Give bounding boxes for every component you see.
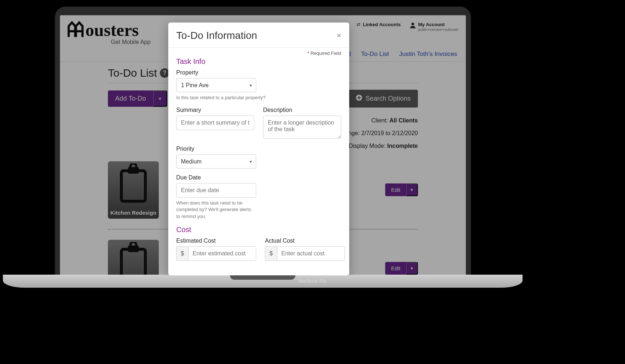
field-description: Description	[263, 107, 341, 140]
date-from: 2/7/2019	[361, 130, 384, 136]
clipboard-icon	[117, 163, 150, 203]
property-help: Is this task related to a particular pro…	[176, 94, 341, 101]
clipboard-icon	[117, 242, 150, 275]
add-todo-caret[interactable]: ▾	[153, 90, 167, 107]
nav-todo-list[interactable]: To-Do List	[361, 50, 389, 58]
todo-thumbnail[interactable]: Kitchen Redesign	[108, 161, 159, 219]
summary-label: Summary	[176, 107, 254, 113]
close-button[interactable]: ×	[336, 31, 341, 40]
edit-caret[interactable]: ▾	[406, 183, 418, 196]
display-mode-label: Display Mode:	[349, 143, 386, 149]
due-date-help: When does this task need to be completed…	[176, 200, 256, 220]
edit-button[interactable]: Edit	[385, 262, 406, 275]
app-screen: ousters Get Mobile App ⇄ Linked Accounts	[60, 15, 466, 275]
modal-header: To-Do Information ×	[168, 23, 349, 48]
edit-split-button: Edit ▾	[385, 183, 418, 196]
property-select[interactable]: 1 Pine Ave	[176, 78, 256, 92]
my-account-label: My Account	[418, 22, 459, 27]
todo-thumbnail[interactable]: Paint the exterior siding	[108, 240, 159, 275]
caret-down-icon: ▾	[159, 96, 161, 101]
svg-rect-2	[121, 171, 145, 201]
add-todo-button[interactable]: Add To-Do	[108, 90, 153, 107]
edit-button[interactable]: Edit	[385, 183, 406, 196]
date-to: 2/12/2020	[392, 130, 418, 136]
edit-split-button: Edit ▾	[385, 262, 418, 275]
due-date-input[interactable]	[176, 183, 256, 198]
modal-title: To-Do Information	[176, 30, 257, 41]
field-summary: Summary	[176, 107, 254, 140]
dollar-icon: $	[265, 246, 277, 261]
brand-block: ousters Get Mobile App	[67, 19, 150, 48]
page-title: To-Do List	[108, 67, 157, 79]
client-value: All Clients	[390, 117, 418, 124]
modal-body: * Required Field Task Info Property 1 Pi…	[168, 48, 349, 274]
display-mode-value: Incomplete	[387, 143, 418, 149]
caret-down-icon: ▾	[411, 187, 413, 193]
search-options-label: Search Options	[366, 95, 411, 102]
description-input[interactable]	[263, 116, 341, 139]
field-estimated-cost: Estimated Cost $	[176, 238, 256, 261]
svg-point-0	[411, 23, 414, 25]
field-priority: Priority Medium ▾	[176, 146, 341, 169]
brand-text: ousters	[85, 20, 139, 40]
priority-select-wrap: Medium ▾	[176, 154, 256, 169]
due-date-label: Due Date	[176, 174, 341, 181]
section-cost: Cost	[176, 226, 341, 234]
description-label: Description	[263, 107, 341, 113]
property-label: Property	[176, 69, 341, 76]
todo-information-modal: To-Do Information × * Required Field Tas…	[168, 23, 349, 275]
dollar-icon: $	[176, 246, 189, 261]
svg-point-7	[130, 242, 136, 248]
svg-rect-5	[121, 249, 145, 275]
client-label: Client:	[371, 117, 388, 124]
priority-select[interactable]: Medium	[176, 154, 256, 169]
my-account-menu[interactable]: My Account justin+vendor+subuser	[410, 22, 459, 32]
row-costs: Estimated Cost $ Actual Cost $	[176, 238, 341, 267]
search-options-button[interactable]: Search Options	[348, 90, 418, 108]
my-account-text: My Account justin+vendor+subuser	[418, 22, 459, 32]
laptop-frame: ousters Get Mobile App ⇄ Linked Accounts	[55, 7, 471, 275]
plus-circle-icon	[355, 94, 363, 103]
actual-cost-wrap: $	[265, 246, 345, 261]
swap-icon: ⇄	[356, 22, 360, 27]
svg-point-4	[130, 163, 136, 169]
priority-label: Priority	[176, 146, 341, 152]
section-task-info: Task Info	[176, 57, 341, 66]
estimated-cost-wrap: $	[176, 246, 256, 261]
caret-down-icon: ▾	[411, 266, 413, 271]
field-property: Property 1 Pine Ave ▾ Is this task relat…	[176, 69, 341, 101]
nav-invoices[interactable]: Justin Toth's Invoices	[399, 50, 457, 58]
user-icon	[410, 22, 416, 29]
brand-logo[interactable]: ousters	[67, 19, 150, 41]
todo-title: Kitchen Redesign	[110, 210, 157, 216]
linked-accounts-link[interactable]: ⇄ Linked Accounts	[356, 22, 400, 27]
date-to-word: to	[386, 130, 390, 136]
laptop-base	[3, 275, 523, 288]
header-right: ⇄ Linked Accounts My Account justin+vend…	[356, 19, 459, 32]
actual-cost-label: Actual Cost	[265, 238, 345, 244]
required-label: Required Field	[310, 50, 341, 56]
required-asterisk-icon: *	[307, 50, 309, 56]
linked-accounts-label: Linked Accounts	[363, 22, 400, 27]
laptop-notch	[230, 275, 295, 280]
required-legend: * Required Field	[176, 50, 341, 56]
estimated-cost-label: Estimated Cost	[176, 238, 256, 244]
edit-caret[interactable]: ▾	[406, 262, 418, 275]
add-todo-split-button: Add To-Do ▾	[108, 90, 167, 107]
summary-input[interactable]	[176, 116, 254, 130]
field-actual-cost: Actual Cost $	[265, 238, 345, 261]
field-due-date: Due Date When does this task need to be …	[176, 174, 341, 220]
property-select-wrap: 1 Pine Ave ▾	[176, 78, 256, 92]
username-label: justin+vendor+subuser	[418, 27, 459, 32]
get-mobile-app-link[interactable]: Get Mobile App	[111, 39, 150, 45]
row-summary-description: Summary Description	[176, 107, 341, 146]
house-h-icon	[67, 19, 84, 41]
close-icon: ×	[336, 31, 341, 40]
laptop-model-label: MacBook Pro	[298, 278, 327, 284]
